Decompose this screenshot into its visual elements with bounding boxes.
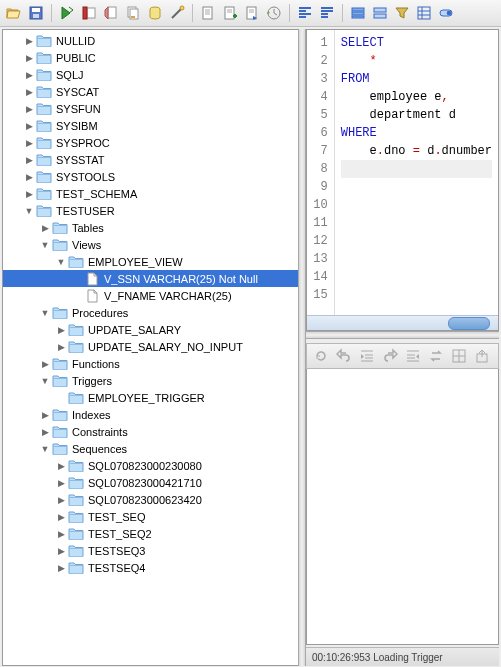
stop-sql-icon[interactable] (79, 3, 99, 23)
triangle-right-icon[interactable]: ▶ (55, 477, 67, 489)
save-icon[interactable] (26, 3, 46, 23)
redo-plus-icon[interactable] (380, 346, 400, 366)
tree-folder[interactable]: ▶Tables (3, 219, 298, 236)
scrollbar-thumb[interactable] (448, 317, 490, 330)
export-icon[interactable] (472, 346, 492, 366)
code-area[interactable]: SELECT * FROM employee e, department d W… (335, 30, 498, 315)
tree-folder[interactable]: ▶UPDATE_SALARY_NO_INPUT (3, 338, 298, 355)
tree-folder[interactable]: ▶TESTSEQ3 (3, 542, 298, 559)
history-icon[interactable] (264, 3, 284, 23)
tree-folder[interactable]: ▼Sequences (3, 440, 298, 457)
tree-label: TEST_SCHEMA (56, 188, 137, 200)
cylinder-icon[interactable] (145, 3, 165, 23)
wand-icon[interactable] (167, 3, 187, 23)
tree-folder[interactable]: ▼TESTUSER (3, 202, 298, 219)
triangle-down-icon[interactable]: ▼ (39, 239, 51, 251)
triangle-right-icon[interactable]: ▶ (55, 562, 67, 574)
tree-folder[interactable]: ▶NULLID (3, 32, 298, 49)
triangle-right-icon[interactable]: ▶ (39, 358, 51, 370)
rows3-icon[interactable] (414, 3, 434, 23)
tree-folder[interactable]: ▶Indexes (3, 406, 298, 423)
triangle-right-icon[interactable]: ▶ (23, 103, 35, 115)
align-top-icon[interactable] (317, 3, 337, 23)
tree-folder[interactable]: ▶SYSSTAT (3, 151, 298, 168)
tree-folder[interactable]: ▼EMPLOYEE_VIEW (3, 253, 298, 270)
triangle-down-icon[interactable]: ▼ (39, 375, 51, 387)
triangle-right-icon[interactable]: ▶ (23, 120, 35, 132)
triangle-right-icon[interactable]: ▶ (23, 35, 35, 47)
tree-folder[interactable]: ▼Procedures (3, 304, 298, 321)
doc-icon[interactable] (198, 3, 218, 23)
triangle-right-icon[interactable]: ▶ (23, 52, 35, 64)
triangle-right-icon[interactable]: ▶ (55, 460, 67, 472)
tree-folder[interactable]: ▶EMPLOYEE_TRIGGER (3, 389, 298, 406)
tree-folder[interactable]: ▶SQL070823000421710 (3, 474, 298, 491)
triangle-right-icon[interactable]: ▶ (23, 86, 35, 98)
triangle-right-icon[interactable]: ▶ (55, 511, 67, 523)
object-explorer-scroll[interactable]: ▶NULLID▶PUBLIC▶SQLJ▶SYSCAT▶SYSFUN▶SYSIBM… (3, 30, 298, 665)
folder-open-icon[interactable] (4, 3, 24, 23)
triangle-right-icon[interactable]: ▶ (39, 409, 51, 421)
tree-folder[interactable]: ▶SYSCAT (3, 83, 298, 100)
triangle-right-icon[interactable]: ▶ (55, 494, 67, 506)
tree-folder[interactable]: ▶SQL070823000623420 (3, 491, 298, 508)
tree-folder[interactable]: ▶TEST_SEQ2 (3, 525, 298, 542)
tree-folder[interactable]: ▶TEST_SEQ (3, 508, 298, 525)
toggle-icon[interactable] (436, 3, 456, 23)
tree-folder[interactable]: ▶Functions (3, 355, 298, 372)
grid-icon[interactable] (449, 346, 469, 366)
doc-arrow-icon[interactable] (242, 3, 262, 23)
rows-icon[interactable] (348, 3, 368, 23)
column-item[interactable]: ▶V_SSN VARCHAR(25) Not Null (3, 270, 298, 287)
tree-label: TESTSEQ4 (88, 562, 145, 574)
tree-folder[interactable]: ▼Views (3, 236, 298, 253)
tree-folder[interactable]: ▶SYSPROC (3, 134, 298, 151)
indent-icon[interactable] (357, 346, 377, 366)
tree-folder[interactable]: ▶SQLJ (3, 66, 298, 83)
triangle-right-icon[interactable]: ▶ (55, 528, 67, 540)
triangle-right-icon[interactable]: ▶ (23, 137, 35, 149)
tree-folder[interactable]: ▼Triggers (3, 372, 298, 389)
tree-folder[interactable]: ▶SYSIBM (3, 117, 298, 134)
swap-icon[interactable] (426, 346, 446, 366)
tree-label: UPDATE_SALARY_NO_INPUT (88, 341, 243, 353)
tree-folder[interactable]: ▶TEST_SCHEMA (3, 185, 298, 202)
refresh-icon[interactable] (311, 346, 331, 366)
copy-icon[interactable] (123, 3, 143, 23)
clear-icon[interactable] (101, 3, 121, 23)
tree-folder[interactable]: ▶UPDATE_SALARY (3, 321, 298, 338)
triangle-down-icon[interactable]: ▼ (39, 307, 51, 319)
align-left-icon[interactable] (295, 3, 315, 23)
triangle-right-icon[interactable]: ▶ (23, 171, 35, 183)
triangle-right-icon[interactable]: ▶ (39, 426, 51, 438)
tree-folder[interactable]: ▶TESTSEQ4 (3, 559, 298, 576)
editor-h-scrollbar[interactable] (307, 315, 498, 330)
triangle-right-icon[interactable]: ▶ (55, 341, 67, 353)
horizontal-splitter[interactable] (306, 331, 499, 339)
triangle-right-icon[interactable]: ▶ (23, 188, 35, 200)
triangle-down-icon[interactable]: ▼ (23, 205, 35, 217)
tree-folder[interactable]: ▶Constraints (3, 423, 298, 440)
outdent-icon[interactable] (403, 346, 423, 366)
triangle-right-icon[interactable]: ▶ (55, 545, 67, 557)
rows2-icon[interactable] (370, 3, 390, 23)
doc-plus-icon[interactable] (220, 3, 240, 23)
tree-folder[interactable]: ▶PUBLIC (3, 49, 298, 66)
column-item[interactable]: ▶V_FNAME VARCHAR(25) (3, 287, 298, 304)
results-pane[interactable] (306, 369, 499, 645)
filter-icon[interactable] (392, 3, 412, 23)
tree-folder[interactable]: ▶SYSTOOLS (3, 168, 298, 185)
triangle-down-icon[interactable]: ▼ (39, 443, 51, 455)
line-gutter: 1 2 3 4 5 6 7 8 9 10 11 12 13 14 15 (307, 30, 335, 315)
triangle-right-icon[interactable]: ▶ (39, 222, 51, 234)
tree-folder[interactable]: ▶SYSFUN (3, 100, 298, 117)
undo-icon[interactable] (334, 346, 354, 366)
triangle-right-icon[interactable]: ▶ (23, 69, 35, 81)
triangle-down-icon[interactable]: ▼ (55, 256, 67, 268)
sql-editor[interactable]: 1 2 3 4 5 6 7 8 9 10 11 12 13 14 15 SELE… (307, 30, 498, 315)
run-sql-icon[interactable] (57, 3, 77, 23)
tree-folder[interactable]: ▶SQL070823000230080 (3, 457, 298, 474)
triangle-right-icon[interactable]: ▶ (23, 154, 35, 166)
triangle-right-icon[interactable]: ▶ (55, 324, 67, 336)
vertical-splitter[interactable] (298, 29, 306, 666)
